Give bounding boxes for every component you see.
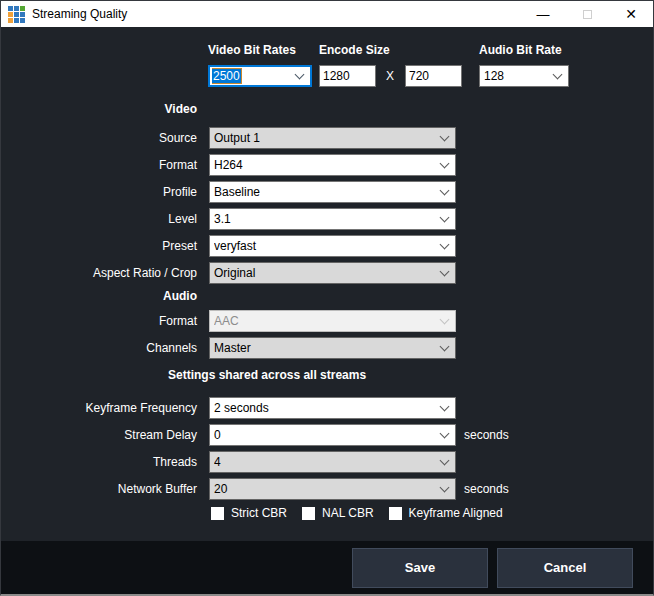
audio-bit-rate-header: Audio Bit Rate (479, 43, 569, 58)
aspect-ratio-label: Aspect Ratio / Crop (1, 266, 203, 280)
video-format-value: H264 (214, 155, 441, 175)
encode-height-input[interactable] (405, 65, 462, 87)
save-button[interactable]: Save (352, 548, 488, 588)
source-value: Output 1 (214, 128, 441, 148)
dialog-footer: Save Cancel (1, 541, 653, 594)
stream-delay-units: seconds (464, 428, 509, 442)
top-settings-row: Video Bit Rates 2500 Encode Size X Audio… (208, 43, 653, 87)
video-format-label: Format (1, 158, 203, 172)
level-value: 3.1 (214, 209, 441, 229)
threads-label: Threads (1, 455, 203, 469)
network-buffer-dropdown[interactable]: 20 (209, 478, 456, 500)
video-bit-rate-dropdown[interactable]: 2500 (208, 65, 312, 87)
audio-bit-rate-value: 128 (484, 66, 554, 86)
chevron-down-icon (440, 455, 450, 465)
chevron-down-icon (440, 131, 450, 141)
preset-row: Preset veryfast (1, 235, 653, 257)
stream-delay-label: Stream Delay (1, 428, 203, 442)
stream-delay-value: 0 (214, 425, 441, 445)
audio-bit-rate-dropdown[interactable]: 128 (479, 65, 569, 87)
app-icon (8, 6, 25, 23)
profile-dropdown[interactable]: Baseline (209, 181, 456, 203)
cbr-options-row: Strict CBR NAL CBR Keyframe Aligned (211, 506, 653, 520)
nal-cbr-checkbox-group[interactable]: NAL CBR (302, 506, 374, 520)
channels-row: Channels Master (1, 337, 653, 359)
preset-value: veryfast (214, 236, 441, 256)
chevron-down-icon (440, 482, 450, 492)
dialog-body: Video Bit Rates 2500 Encode Size X Audio… (1, 27, 653, 541)
chevron-down-icon (440, 212, 450, 222)
chevron-down-icon (440, 341, 450, 351)
source-dropdown[interactable]: Output 1 (209, 127, 456, 149)
profile-value: Baseline (214, 182, 441, 202)
keyframe-frequency-label: Keyframe Frequency (1, 401, 203, 415)
maximize-icon (583, 10, 592, 19)
keyframe-aligned-checkbox-group[interactable]: Keyframe Aligned (389, 506, 503, 520)
network-buffer-value: 20 (214, 479, 441, 499)
strict-cbr-checkbox-group[interactable]: Strict CBR (211, 506, 287, 520)
network-buffer-row: Network Buffer 20 seconds (1, 478, 653, 500)
nal-cbr-label: NAL CBR (322, 506, 374, 520)
keyframe-frequency-value: 2 seconds (214, 398, 441, 418)
profile-label: Profile (1, 185, 203, 199)
chevron-down-icon (440, 428, 450, 438)
audio-format-dropdown: AAC (209, 310, 456, 332)
encode-width-input[interactable] (319, 65, 376, 87)
chevron-down-icon (440, 158, 450, 168)
nal-cbr-checkbox[interactable] (302, 507, 315, 520)
video-format-row: Format H264 (1, 154, 653, 176)
channels-label: Channels (1, 341, 203, 355)
channels-dropdown[interactable]: Master (209, 337, 456, 359)
audio-format-label: Format (1, 314, 203, 328)
chevron-down-icon (553, 69, 563, 79)
encode-size-header: Encode Size (319, 43, 462, 58)
chevron-down-icon (440, 266, 450, 276)
audio-format-row: Format AAC (1, 310, 653, 332)
streaming-quality-dialog: Streaming Quality — ✕ Video Bit Rates 25… (0, 0, 654, 596)
titlebar: Streaming Quality — ✕ (1, 1, 653, 27)
preset-dropdown[interactable]: veryfast (209, 235, 456, 257)
chevron-down-icon (440, 185, 450, 195)
video-bit-rates-header: Video Bit Rates (208, 43, 312, 58)
profile-row: Profile Baseline (1, 181, 653, 203)
source-row: Source Output 1 (1, 127, 653, 149)
keyframe-frequency-dropdown[interactable]: 2 seconds (209, 397, 456, 419)
strict-cbr-checkbox[interactable] (211, 507, 224, 520)
encode-size-separator: X (384, 69, 396, 83)
stream-delay-row: Stream Delay 0 seconds (1, 424, 653, 446)
level-label: Level (1, 212, 203, 226)
threads-row: Threads 4 (1, 451, 653, 473)
source-label: Source (1, 131, 203, 145)
chevron-down-icon (440, 239, 450, 249)
close-button[interactable]: ✕ (609, 1, 653, 27)
chevron-down-icon (295, 69, 305, 79)
strict-cbr-label: Strict CBR (231, 506, 287, 520)
level-row: Level 3.1 (1, 208, 653, 230)
aspect-ratio-dropdown[interactable]: Original (209, 262, 456, 284)
audio-section-header: Audio (1, 289, 203, 304)
video-bit-rate-value: 2500 (212, 69, 241, 83)
window-title: Streaming Quality (32, 7, 127, 21)
aspect-ratio-row: Aspect Ratio / Crop Original (1, 262, 653, 284)
preset-label: Preset (1, 239, 203, 253)
chevron-down-icon (440, 314, 450, 324)
chevron-down-icon (440, 401, 450, 411)
threads-dropdown[interactable]: 4 (209, 451, 456, 473)
level-dropdown[interactable]: 3.1 (209, 208, 456, 230)
stream-delay-dropdown[interactable]: 0 (209, 424, 456, 446)
cancel-button[interactable]: Cancel (497, 548, 633, 588)
video-section-header: Video (1, 102, 203, 117)
audio-format-value: AAC (214, 311, 441, 331)
channels-value: Master (214, 338, 441, 358)
aspect-ratio-value: Original (214, 263, 441, 283)
keyframe-aligned-checkbox[interactable] (389, 507, 402, 520)
shared-settings-header: Settings shared across all streams (168, 368, 653, 383)
network-buffer-label: Network Buffer (1, 482, 203, 496)
keyframe-frequency-row: Keyframe Frequency 2 seconds (1, 397, 653, 419)
keyframe-aligned-label: Keyframe Aligned (409, 506, 503, 520)
threads-value: 4 (214, 452, 441, 472)
network-buffer-units: seconds (464, 482, 509, 496)
video-format-dropdown[interactable]: H264 (209, 154, 456, 176)
maximize-button[interactable] (565, 1, 609, 27)
minimize-button[interactable]: — (521, 1, 565, 27)
